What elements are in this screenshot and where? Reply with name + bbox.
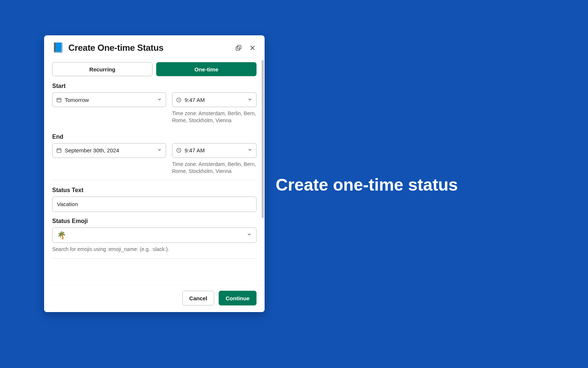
close-icon[interactable] <box>248 44 257 52</box>
cancel-button[interactable]: Cancel <box>182 291 214 305</box>
end-time-select[interactable]: 9:47 AM <box>172 143 257 158</box>
chevron-down-icon <box>157 97 162 103</box>
clock-icon <box>176 148 182 153</box>
end-date-select[interactable]: September 30th, 2024 <box>52 143 166 158</box>
scrollbar[interactable] <box>262 60 264 218</box>
end-date-value: September 30th, 2024 <box>65 147 157 153</box>
continue-button[interactable]: Continue <box>219 291 257 305</box>
chevron-down-icon <box>247 147 252 153</box>
start-label: Start <box>52 83 257 89</box>
svg-rect-0 <box>237 45 241 49</box>
chevron-down-icon <box>247 232 252 238</box>
modal-footer: Cancel Continue <box>44 285 265 312</box>
clock-icon <box>176 97 182 103</box>
header-actions <box>234 44 257 52</box>
end-label: End <box>52 134 257 140</box>
svg-rect-4 <box>57 98 61 102</box>
start-row: Tomorrow 9:47 AM Time zone: Amsterda <box>52 92 257 124</box>
start-time-select[interactable]: 9:47 AM <box>172 92 257 107</box>
svg-rect-1 <box>236 47 240 50</box>
end-time-value: 9:47 AM <box>184 147 247 153</box>
status-emoji-select[interactable]: 🌴 <box>52 227 257 243</box>
page-caption: Create one-time status <box>276 175 458 195</box>
start-date-select[interactable]: Tomorrow <box>52 92 166 107</box>
divider <box>52 180 257 180</box>
calendar-icon <box>56 97 62 103</box>
end-timezone: Time zone: Amsterdam, Berlin, Bern, Rome… <box>172 161 257 175</box>
popout-icon[interactable] <box>234 44 243 52</box>
status-text-input[interactable] <box>52 197 257 212</box>
tab-row: Recurring One-time <box>52 62 257 76</box>
start-time-value: 9:47 AM <box>184 97 247 103</box>
chevron-down-icon <box>157 147 162 153</box>
modal-header: 📘 Create One-time Status <box>44 35 265 57</box>
app-icon: 📘 <box>52 42 64 53</box>
end-row: September 30th, 2024 9:47 AM Time zo <box>52 143 257 175</box>
create-status-modal: 📘 Create One-time Status Recurring One-t… <box>44 35 265 312</box>
status-emoji-helper: Search for emojis using :emoji_name: (e.… <box>52 246 257 253</box>
status-emoji-label: Status Emoji <box>52 218 257 224</box>
modal-title: Create One-time Status <box>68 43 234 53</box>
status-emoji-value: 🌴 <box>57 231 247 240</box>
tab-onetime[interactable]: One-time <box>156 62 257 76</box>
tab-recurring[interactable]: Recurring <box>52 62 153 76</box>
calendar-icon <box>56 148 62 153</box>
modal-body: Recurring One-time Start Tomorrow <box>44 57 265 285</box>
svg-rect-9 <box>57 149 61 152</box>
start-timezone: Time zone: Amsterdam, Berlin, Bern, Rome… <box>172 110 257 124</box>
status-text-label: Status Text <box>52 187 257 194</box>
chevron-down-icon <box>247 97 252 103</box>
start-date-value: Tomorrow <box>65 97 157 103</box>
divider <box>52 258 257 259</box>
